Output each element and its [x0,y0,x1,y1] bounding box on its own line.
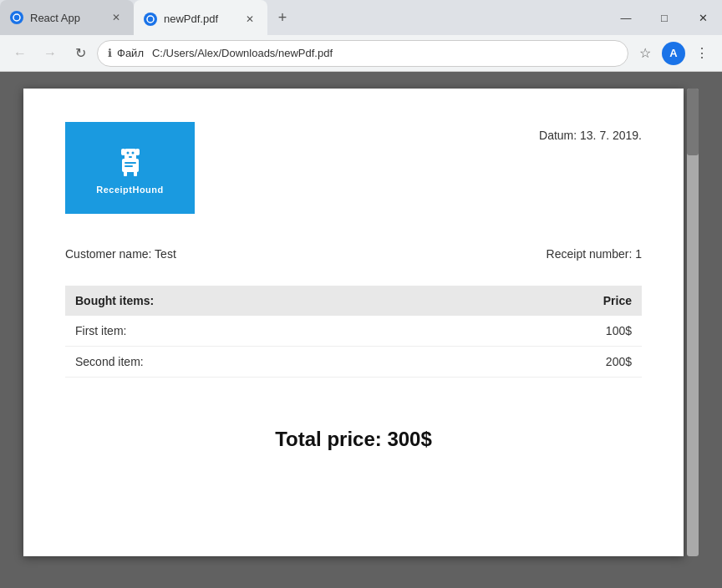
browser-frame: React App ✕ newPdf.pdf ✕ + — □ ✕ ← → ↻ ℹ… [0,0,722,588]
item-name: First item: [65,316,451,347]
address-bar: ← → ↻ ℹ Файл C:/Users/Alex/Downloads/new… [0,35,722,72]
svg-rect-3 [125,149,136,160]
col-items-header: Bought items: [65,286,451,316]
minimize-button[interactable]: — [607,0,645,35]
logo-box: ReceiptHound [65,122,195,214]
logo-icon [114,142,147,180]
total-section: Total price: 300$ [65,411,642,468]
bookmark-button[interactable]: ☆ [632,40,658,67]
svg-point-6 [126,151,129,154]
logo-hound: Hound [132,185,163,195]
receipt-number: Receipt number: 1 [547,247,642,261]
url-text: C:/Users/Alex/Downloads/newPdf.pdf [152,47,618,59]
maximize-button[interactable]: □ [645,0,684,35]
tab-react-app-close[interactable]: ✕ [109,10,124,25]
customer-name: Customer name: Test [65,247,176,261]
pdf-tab-icon [144,13,157,26]
tab-newpdf-close[interactable]: ✕ [242,12,257,27]
table-header-row: Bought items: Price [65,286,642,316]
svg-rect-4 [121,149,125,155]
account-avatar[interactable]: A [662,42,685,65]
tab-newpdf-label: newPdf.pdf [164,13,236,25]
svg-point-1 [147,16,154,23]
tab-newpdf[interactable]: newPdf.pdf ✕ [134,0,267,35]
browser-menu-button[interactable]: ⋮ [689,40,715,67]
svg-rect-5 [135,149,140,155]
url-bar[interactable]: ℹ Файл C:/Users/Alex/Downloads/newPdf.pd… [97,40,628,67]
item-name: Second item: [65,347,451,378]
svg-rect-11 [124,171,127,176]
table-row: First item: 100$ [65,316,642,347]
react-tab-icon [10,11,23,24]
svg-rect-10 [125,165,133,167]
tab-react-app-label: React App [30,12,102,24]
security-icon: ℹ [108,47,112,59]
reload-button[interactable]: ↻ [67,40,94,67]
forward-button[interactable]: → [37,40,64,67]
close-button[interactable]: ✕ [684,0,722,35]
scrollbar-track[interactable] [687,89,699,556]
total-price: Total price: 300$ [275,428,432,450]
tab-react-app[interactable]: React App ✕ [0,0,134,35]
svg-rect-9 [125,162,136,164]
customer-row: Customer name: Test Receipt number: 1 [65,247,642,261]
pdf-date: Datum: 13. 7. 2019. [539,122,642,142]
logo-text: ReceiptHound [96,185,164,195]
svg-rect-12 [134,171,137,176]
window-controls: — □ ✕ [607,0,722,35]
item-price: 200$ [451,347,642,378]
svg-point-7 [131,151,134,154]
svg-point-0 [13,14,20,21]
new-tab-button[interactable]: + [267,0,297,35]
page-content: ReceiptHound Datum: 13. 7. 2019. Custome… [0,72,722,588]
pdf-header: ReceiptHound Datum: 13. 7. 2019. [65,122,642,214]
file-label: Файл [117,47,144,59]
col-price-header: Price [451,286,642,316]
item-price: 100$ [451,316,642,347]
svg-rect-8 [129,156,132,158]
items-table: Bought items: Price First item: 100$ Sec… [65,286,642,378]
pdf-document: ReceiptHound Datum: 13. 7. 2019. Custome… [23,89,684,556]
scrollbar-thumb[interactable] [687,89,699,155]
logo-receipt: Receipt [96,185,132,195]
title-bar: React App ✕ newPdf.pdf ✕ + — □ ✕ [0,0,722,35]
table-row: Second item: 200$ [65,347,642,378]
back-button[interactable]: ← [7,40,33,67]
